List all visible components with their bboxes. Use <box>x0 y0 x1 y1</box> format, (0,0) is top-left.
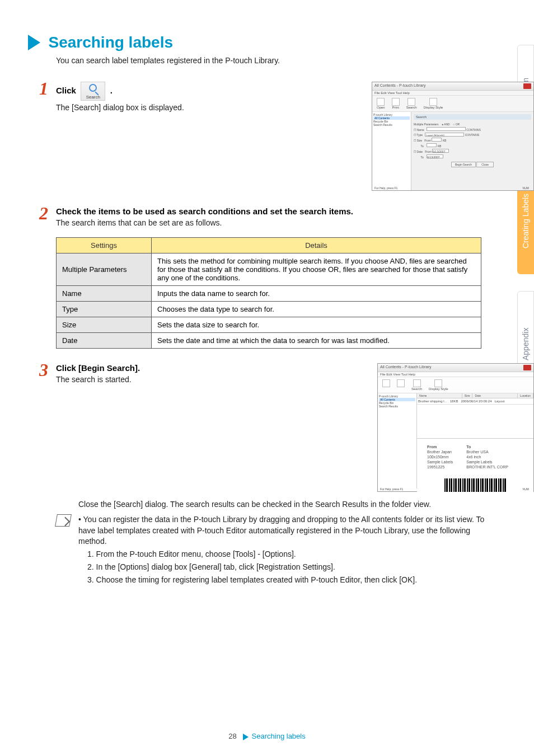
ss2-row-type: Layout <box>495 400 505 403</box>
display-icon <box>429 98 437 106</box>
ss2-to-1: Brother USA <box>466 450 488 454</box>
step-1-period: . <box>110 86 113 95</box>
print-icon <box>397 379 405 387</box>
ss2-to-3: Sample Labels <box>466 460 492 464</box>
screenshot-search-dialog: All Contents - P-touch Library File Edit… <box>372 82 534 191</box>
ss2-from-3: Sample Labels <box>427 460 453 464</box>
ss1-tree-results: Search Results <box>373 123 410 126</box>
close-icon <box>523 365 531 370</box>
ss2-status: For Help, press F1 <box>380 487 403 491</box>
ss1-num: NUM <box>523 186 529 190</box>
heading-triangle-icon <box>28 35 40 50</box>
ss1-kb1: KB <box>443 139 447 142</box>
step-2-title: Check the items to be used as search con… <box>56 206 534 216</box>
close-hint-text: Close the [Search] dialog. The search re… <box>78 500 506 509</box>
row-type: Type <box>57 302 152 317</box>
ss2-menu: File Edit View Tool Help <box>378 372 533 377</box>
note-step-2: 2. In the [Options] dialog box [General]… <box>87 561 495 573</box>
step-3-sub: The search is started. <box>56 375 349 384</box>
ss2-display: Display Style <box>429 387 448 391</box>
ss1-kb2: KB <box>438 144 442 148</box>
ss2-title: All Contents - P-touch Library <box>380 365 431 370</box>
row-name-detail: Inputs the data name to search for. <box>152 286 481 302</box>
barcode-preview <box>444 478 506 492</box>
ss1-dfrom: From <box>425 150 432 153</box>
row-multiple-parameters-detail: This sets the method for combining multi… <box>152 253 481 286</box>
ss2-search: Search <box>411 387 422 391</box>
ss1-contains1: CONTAINS <box>466 128 480 132</box>
row-size-detail: Sets the data size to search for. <box>152 317 481 333</box>
row-name: Name <box>57 286 152 302</box>
note-step-1: 1. From the P-touch Editor menu, choose … <box>87 548 495 560</box>
row-date: Date <box>57 333 152 349</box>
ss1-close-button: Close <box>476 162 494 167</box>
print-icon <box>392 98 400 106</box>
search-icon-label: Search <box>81 95 105 100</box>
ss2-row-name: Brother shipping l... <box>418 400 447 403</box>
open-icon <box>377 98 385 106</box>
ss2-num: NUM <box>523 487 529 491</box>
ss1-or: OR <box>456 123 460 126</box>
ss2-to-2: 4x6 inch <box>466 455 481 459</box>
ss1-menu: File Edit View Tool Help <box>372 91 533 96</box>
th-details: Details <box>152 238 481 253</box>
ss2-to-4: BROTHER INT'L CORP <box>466 465 508 469</box>
ss2-to-h: To <box>466 445 471 449</box>
row-multiple-parameters: Multiple Parameters <box>57 253 152 286</box>
note-step-3: 3. Choose the timing for registering lab… <box>87 574 495 586</box>
th-settings: Settings <box>57 238 152 253</box>
ss2-row-size: 18KB <box>450 400 458 403</box>
row-date-detail: Sets the date and time at which the data… <box>152 333 481 349</box>
display-icon <box>434 379 442 387</box>
ss2-from-h: From <box>427 445 437 449</box>
ss1-size: Size <box>416 139 422 142</box>
page-heading: Searching labels <box>48 34 173 51</box>
ss1-name: Name <box>416 128 424 132</box>
step-3-number: 3 <box>39 360 48 381</box>
ss2-col-name: Name <box>417 393 462 398</box>
ss1-display: Display Style <box>424 106 443 109</box>
search-icon <box>89 84 97 92</box>
footer-page: 28 <box>228 732 236 740</box>
step-2-sub: The search items that can be set are as … <box>56 218 534 227</box>
ss1-open: Open <box>377 106 385 109</box>
ss1-print: Print <box>392 106 399 109</box>
footer-link[interactable]: Searching labels <box>252 732 306 740</box>
ss1-from: From <box>424 139 431 142</box>
step-1-click: Click <box>56 86 76 95</box>
ss2-row-date: 2006/06/14 20:00:24 <box>461 400 491 403</box>
ss2-from-1: Brother Japan <box>427 450 452 454</box>
ss1-and: AND <box>444 123 450 126</box>
footer-triangle-icon <box>243 734 249 740</box>
close-icon <box>523 83 531 89</box>
ss1-to: To <box>420 144 423 148</box>
ss1-contains2: CONTAINS <box>465 133 479 137</box>
step-2-number: 2 <box>39 203 48 224</box>
row-size: Size <box>57 317 152 333</box>
note-bullet: You can register the data in the P-touch… <box>78 515 484 546</box>
ss1-begin-button: Begin Search <box>451 162 476 167</box>
ss2-col-size: Size <box>462 393 473 398</box>
ss2-from-2: 100x150mm <box>427 455 449 459</box>
ss1-date: Date <box>416 150 423 153</box>
ss2-tree-results: Search Results <box>379 405 415 408</box>
row-type-detail: Chooses the data type to search for. <box>152 302 481 317</box>
step-1-sub: The [Search] dialog box is displayed. <box>56 103 349 112</box>
toolbar-search-button-image: Search <box>81 82 105 101</box>
ss2-col-date: Date <box>472 393 518 398</box>
open-icon <box>382 379 390 387</box>
ss1-type: Type <box>416 133 423 137</box>
ss1-title: All Contents - P-touch Library <box>374 83 425 89</box>
ss2-from-4: 19951225 <box>427 465 444 469</box>
search-settings-table: Settings Details Multiple Parameters Thi… <box>56 237 481 349</box>
search-icon <box>407 98 415 106</box>
ss1-search-header: Search <box>414 114 531 120</box>
screenshot-search-results: All Contents - P-touch Library File Edit… <box>377 363 534 492</box>
note-icon <box>55 514 72 527</box>
ss1-multi: Multiple Parameters <box>414 123 438 126</box>
step-3-title: Click [Begin Search]. <box>56 363 349 373</box>
ss1-search: Search <box>406 106 417 109</box>
intro-text: You can search label templates registere… <box>56 56 506 65</box>
search-icon <box>413 379 421 387</box>
ss1-dto: To <box>420 156 423 159</box>
